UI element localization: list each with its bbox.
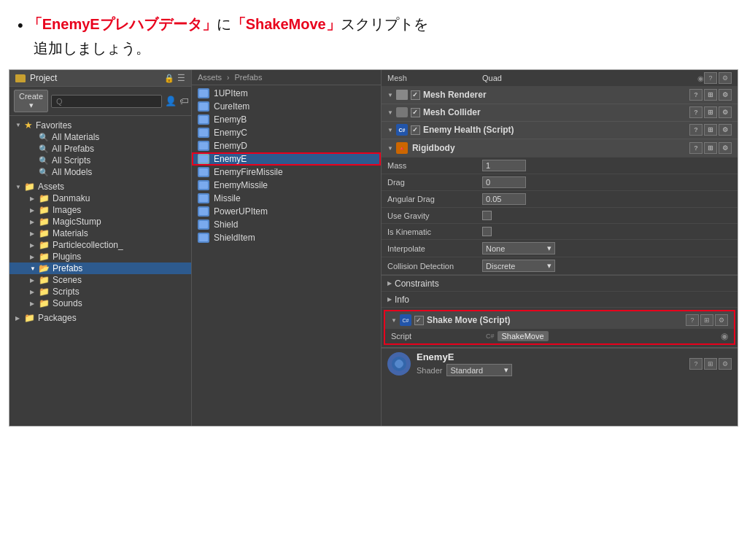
shake-checkbox[interactable]: [414, 316, 424, 325]
asset-scenes-label: Scenes: [53, 275, 82, 285]
shake-help-btn[interactable]: ?: [686, 314, 699, 326]
asset-plugins[interactable]: 📁 Plugins: [9, 251, 191, 262]
mr-help-btn[interactable]: ?: [689, 89, 703, 101]
eh-layout-btn[interactable]: ⊞: [704, 124, 717, 136]
rb-collision-arrow: ▾: [547, 261, 551, 271]
mr-settings-btn[interactable]: ⚙: [719, 89, 732, 101]
assets-header[interactable]: 📁 Assets: [9, 181, 191, 192]
project-header: Project 🔒 ☰: [9, 70, 191, 87]
asset-sounds[interactable]: 📁 Sounds: [9, 298, 191, 309]
mr-layout-btn[interactable]: ⊞: [704, 89, 717, 101]
eh-help-btn[interactable]: ?: [689, 124, 703, 136]
breadcrumb-prefabs: Prefabs: [234, 73, 262, 82]
person-icon: 👤: [165, 96, 177, 106]
mesh-renderer-label: Mesh Renderer: [423, 90, 487, 100]
asset-scripts[interactable]: 📁 Scripts: [9, 286, 191, 298]
mesh-renderer-checkbox[interactable]: [411, 90, 420, 100]
mesh-collider-collapse[interactable]: [387, 109, 393, 116]
prefab-icon: [198, 101, 209, 112]
rb-kinematic-checkbox[interactable]: [482, 227, 492, 236]
shader-dropdown[interactable]: Standard ▾: [446, 364, 512, 376]
asset-materials[interactable]: 📁 Materials: [9, 228, 191, 239]
mesh-collider-label: Mesh Collider: [423, 107, 481, 117]
asset-prefabs-label: Prefabs: [53, 263, 82, 273]
fav-all-scripts[interactable]: 🔍 All Scripts: [9, 155, 191, 166]
shake-layout-btn[interactable]: ⊞: [700, 314, 713, 326]
rb-gravity-checkbox[interactable]: [482, 211, 492, 220]
shake-script-value-area: C# ShakeMove: [486, 331, 549, 341]
fav-all-prefabs[interactable]: 🔍 All Prefabs: [9, 143, 191, 155]
packages-header[interactable]: 📁 Packages: [9, 312, 191, 324]
enemy-layout-btn[interactable]: ⊞: [704, 358, 717, 370]
enemy-name: EnemyE: [417, 351, 684, 362]
asset-1upitem[interactable]: 1UPItem: [192, 87, 381, 100]
rb-angdrag-value[interactable]: 0.05: [482, 193, 526, 205]
asset-shielditem[interactable]: ShieldItem: [192, 231, 381, 244]
project-title: Project: [30, 73, 57, 83]
mesh-collider-checkbox[interactable]: [411, 108, 420, 117]
enemy-health-collapse[interactable]: [387, 127, 393, 133]
shake-settings-btn[interactable]: ⚙: [715, 314, 728, 326]
rb-interpolate-value: None: [486, 244, 505, 253]
mesh-collider-header: Mesh Collider ? ⊞ ⚙: [382, 104, 738, 121]
asset-enemyc[interactable]: EnemyC: [192, 126, 381, 139]
create-button[interactable]: Create ▾: [14, 90, 48, 112]
asset-enemymissile[interactable]: EnemyMissile: [192, 179, 381, 192]
enemy-health-checkbox[interactable]: [411, 125, 420, 135]
rb-interpolate-row: Interpolate None ▾: [382, 240, 738, 257]
mesh-help-btn[interactable]: ?: [704, 72, 717, 84]
mc-settings-btn[interactable]: ⚙: [719, 106, 732, 118]
asset-missile[interactable]: Missile: [192, 192, 381, 205]
rb-interpolate-dropdown[interactable]: None ▾: [482, 242, 555, 254]
asset-enemyfiremissile-label: EnemyFireMissile: [214, 167, 283, 177]
asset-shield[interactable]: Shield: [192, 218, 381, 231]
asset-enemyfiremissile[interactable]: EnemyFireMissile: [192, 166, 381, 179]
shake-collapse[interactable]: [391, 317, 397, 324]
shake-script-value: ShakeMove: [498, 331, 549, 341]
enemy-help-btn[interactable]: ?: [689, 358, 703, 370]
favorites-header[interactable]: ★ Favorites: [9, 119, 191, 131]
info-collapse[interactable]: [387, 296, 392, 303]
rb-interpolate-arrow: ▾: [547, 244, 551, 253]
asset-prefabs[interactable]: 📂 Prefabs: [9, 262, 191, 274]
rb-drag-value[interactable]: 0: [482, 176, 526, 188]
shake-script-link-icon[interactable]: ◉: [721, 331, 728, 341]
line2: 追加しましょう。: [34, 37, 150, 59]
constraints-collapse[interactable]: [387, 280, 392, 287]
asset-shield-label: Shield: [214, 219, 238, 230]
asset-sounds-label: Sounds: [53, 298, 82, 308]
shader-label: Shader: [417, 366, 442, 375]
mesh-settings-btn[interactable]: ⚙: [719, 72, 732, 84]
fav-all-models[interactable]: 🔍 All Models: [9, 166, 191, 178]
rb-collision-dropdown[interactable]: Discrete ▾: [482, 260, 555, 272]
asset-materials-label: Materials: [53, 228, 88, 238]
eh-settings-btn[interactable]: ⚙: [719, 124, 732, 136]
asset-scripts-label: Scripts: [53, 287, 80, 297]
rb-mass-value[interactable]: 1: [482, 160, 526, 171]
eh-comp-buttons: ? ⊞ ⚙: [689, 124, 732, 136]
mc-help-btn[interactable]: ?: [689, 106, 703, 118]
enemy-material-icon: [387, 352, 411, 376]
asset-shielditem-label: ShieldItem: [214, 233, 255, 243]
enemy-settings-btn[interactable]: ⚙: [719, 358, 732, 370]
asset-powerupitem[interactable]: PowerUPItem: [192, 205, 381, 218]
search-input[interactable]: [51, 95, 162, 108]
mr-comp-buttons: ? ⊞ ⚙: [689, 89, 732, 101]
breadcrumb-assets: Assets: [198, 73, 222, 82]
asset-cureitem[interactable]: CureItem: [192, 100, 381, 113]
rb-help-btn[interactable]: ?: [689, 142, 703, 154]
asset-particlecollection[interactable]: 📁 Particlecollection_: [9, 239, 191, 251]
rb-layout-btn[interactable]: ⊞: [704, 142, 717, 154]
asset-magicstump[interactable]: 📁 MagicStump: [9, 216, 191, 228]
asset-danmaku[interactable]: 📁 Danmaku: [9, 192, 191, 204]
asset-enemye[interactable]: EnemyE: [192, 152, 381, 166]
mc-layout-btn[interactable]: ⊞: [704, 106, 717, 118]
asset-scenes[interactable]: 📁 Scenes: [9, 274, 191, 286]
rigidbody-collapse[interactable]: [387, 145, 393, 152]
asset-enemyd[interactable]: EnemyD: [192, 139, 381, 152]
mesh-renderer-collapse[interactable]: [387, 92, 393, 98]
asset-images[interactable]: 📁 Images: [9, 204, 191, 216]
rb-settings-btn[interactable]: ⚙: [719, 142, 732, 154]
asset-enemyb[interactable]: EnemyB: [192, 113, 381, 126]
fav-all-materials[interactable]: 🔍 All Materials: [9, 131, 191, 143]
